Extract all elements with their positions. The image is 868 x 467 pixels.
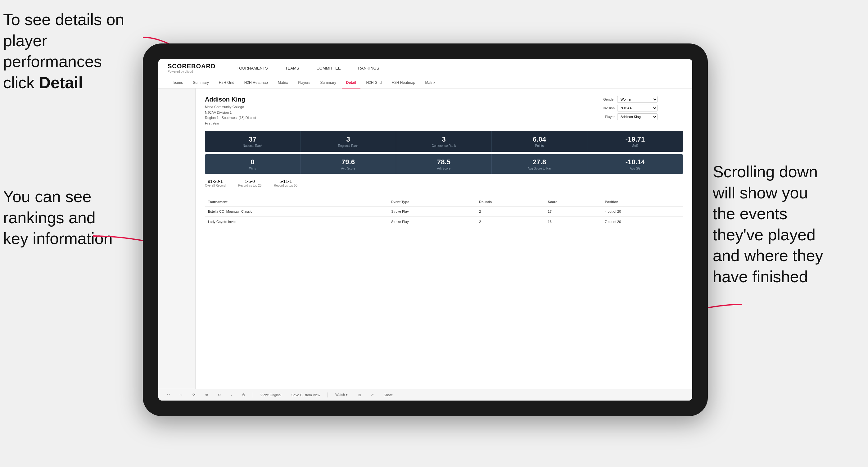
stat-avg-score: 79.6 Avg Score bbox=[301, 154, 396, 174]
sidebar bbox=[158, 89, 195, 389]
toolbar-zoom-in[interactable]: ⊕ bbox=[203, 392, 211, 398]
logo-subtitle: Powered by clippd bbox=[168, 70, 215, 73]
filter-gender: Gender Women bbox=[596, 96, 683, 103]
stat-regional-rank: 3 Regional Rank bbox=[301, 131, 396, 152]
toolbar-screen[interactable]: 🖥 bbox=[355, 392, 364, 398]
conference-rank-label: Conference Rank bbox=[399, 144, 488, 148]
annotation-bottom-left: You can see rankings and key information bbox=[3, 186, 121, 249]
logo: SCOREBOARD Powered by clippd bbox=[168, 63, 215, 73]
position-2: 7 out of 20 bbox=[602, 217, 683, 227]
nav-tournaments[interactable]: TOURNAMENTS bbox=[234, 65, 270, 72]
top25-record-label: Record vs top 25 bbox=[238, 184, 262, 187]
tab-detail[interactable]: Detail bbox=[342, 77, 361, 89]
tab-teams[interactable]: Teams bbox=[168, 77, 187, 89]
event-type-1: Stroke Play bbox=[388, 207, 476, 217]
stat-adj-score: 78.5 Adj Score bbox=[396, 154, 492, 174]
regional-rank-value: 3 bbox=[304, 135, 393, 144]
record-top50: 5-11-1 Record vs top 50 bbox=[274, 179, 298, 187]
wins-value: 0 bbox=[208, 158, 297, 166]
tab-summary2[interactable]: Summary bbox=[316, 77, 340, 89]
annotation-right-line2: will show you bbox=[713, 184, 808, 202]
tab-h2h-heatmap[interactable]: H2H Heatmap bbox=[240, 77, 272, 89]
stat-avg-sg: -10.14 Avg SG bbox=[587, 154, 683, 174]
stat-avg-score-to-par: 27.8 Avg Score to Par bbox=[492, 154, 587, 174]
tournament-name-1: Estella CC- Mountain Classic bbox=[205, 207, 388, 217]
annotation-right-line3: the events bbox=[713, 205, 787, 223]
avg-score-to-par-value: 27.8 bbox=[495, 158, 584, 166]
overall-record-label: Overall Record bbox=[205, 184, 226, 187]
tab-h2h-grid[interactable]: H2H Grid bbox=[215, 77, 239, 89]
table-header: Tournament Event Type Rounds Score Posit… bbox=[205, 197, 683, 207]
filter-division: Division NJCAA I bbox=[596, 105, 683, 112]
stat-national-rank: 37 National Rank bbox=[205, 131, 301, 152]
tab-players[interactable]: Players bbox=[293, 77, 314, 89]
toolbar-refresh[interactable]: ⟳ bbox=[190, 392, 198, 398]
annotation-right-line5: and where they bbox=[713, 247, 823, 264]
detail-panel: Addison King Mesa Community College NJCA… bbox=[195, 89, 692, 389]
toolbar-undo[interactable]: ↩ bbox=[164, 392, 172, 398]
position-1: 4 out of 20 bbox=[602, 207, 683, 217]
event-type-2: Stroke Play bbox=[388, 217, 476, 227]
stat-wins: 0 Wins bbox=[205, 154, 301, 174]
record-overall: 91-20-1 Overall Record bbox=[205, 179, 226, 187]
toolbar-expand[interactable]: ⤢ bbox=[369, 392, 376, 398]
toolbar-time[interactable]: ⏱ bbox=[239, 392, 248, 398]
nav-committee[interactable]: COMMITTEE bbox=[314, 65, 343, 72]
adj-score-value: 78.5 bbox=[399, 158, 488, 166]
toolbar-watch[interactable]: Watch ▾ bbox=[333, 392, 350, 398]
toolbar-dot: • bbox=[228, 392, 235, 398]
division-label: Division bbox=[596, 106, 615, 110]
avg-score-to-par-label: Avg Score to Par bbox=[495, 167, 584, 170]
tab-summary[interactable]: Summary bbox=[188, 77, 213, 89]
tablet-device: SCOREBOARD Powered by clippd TOURNAMENTS… bbox=[143, 43, 708, 416]
player-region: Region 1 - Southwest (18) District bbox=[205, 116, 256, 120]
player-label: Player bbox=[596, 115, 615, 119]
avg-score-value: 79.6 bbox=[304, 158, 393, 166]
national-rank-label: National Rank bbox=[208, 144, 297, 148]
tab-h2h-heatmap2[interactable]: H2H Heatmap bbox=[387, 77, 420, 89]
tab-matrix2[interactable]: Matrix bbox=[421, 77, 440, 89]
annotation-right-line6: have finished bbox=[713, 268, 808, 286]
tab-matrix[interactable]: Matrix bbox=[274, 77, 292, 89]
nav-teams[interactable]: TEAMS bbox=[283, 65, 302, 72]
sos-label: SoS bbox=[590, 144, 680, 148]
annotation-line1: You can see bbox=[3, 188, 91, 206]
player-college: Mesa Community College bbox=[205, 105, 244, 109]
toolbar-zoom-out[interactable]: ⊖ bbox=[215, 392, 223, 398]
avg-score-label: Avg Score bbox=[304, 167, 393, 170]
toolbar-separator-2 bbox=[328, 393, 328, 398]
rounds-2: 2 bbox=[476, 217, 545, 227]
table-row[interactable]: Estella CC- Mountain Classic Stroke Play… bbox=[205, 207, 683, 217]
player-year: First Year bbox=[205, 121, 219, 125]
player-name: Addison King bbox=[205, 96, 256, 103]
toolbar-view-original[interactable]: View: Original bbox=[258, 392, 284, 398]
annotation-right-line4: they've played bbox=[713, 226, 815, 244]
gender-select[interactable]: Women bbox=[617, 96, 657, 103]
col-rounds: Rounds bbox=[476, 197, 545, 207]
tab-h2h-grid2[interactable]: H2H Grid bbox=[362, 77, 386, 89]
tablet-screen: SCOREBOARD Powered by clippd TOURNAMENTS… bbox=[158, 59, 692, 401]
toolbar-redo[interactable]: ↪ bbox=[177, 392, 185, 398]
col-tournament: Tournament bbox=[205, 197, 388, 207]
avg-sg-value: -10.14 bbox=[590, 158, 680, 166]
sos-value: -19.71 bbox=[590, 135, 680, 144]
records-row: 91-20-1 Overall Record 1-5-0 Record vs t… bbox=[205, 179, 683, 191]
player-select[interactable]: Addison King bbox=[617, 113, 657, 120]
division-select[interactable]: NJCAA I bbox=[617, 105, 657, 112]
annotation-line2: rankings and bbox=[3, 209, 96, 227]
nav-rankings[interactable]: RANKINGS bbox=[355, 65, 381, 72]
toolbar-share[interactable]: Share bbox=[381, 392, 395, 398]
stat-conference-rank: 3 Conference Rank bbox=[396, 131, 492, 152]
avg-sg-label: Avg SG bbox=[590, 167, 680, 170]
stats-row-1: 37 National Rank 3 Regional Rank 3 Confe… bbox=[205, 131, 683, 152]
adj-score-label: Adj Score bbox=[399, 167, 488, 170]
stat-sos: -19.71 SoS bbox=[587, 131, 683, 152]
toolbar-save-custom-view[interactable]: Save Custom View bbox=[289, 392, 323, 398]
tournament-name-2: Lady Coyote Invite bbox=[205, 217, 388, 227]
record-top25: 1-5-0 Record vs top 25 bbox=[238, 179, 262, 187]
table-row[interactable]: Lady Coyote Invite Stroke Play 2 16 7 ou… bbox=[205, 217, 683, 227]
top50-record-label: Record vs top 50 bbox=[274, 184, 298, 187]
logo-text: SCOREBOARD bbox=[168, 63, 215, 70]
stat-points: 6.04 Points bbox=[492, 131, 587, 152]
filter-row: Addison King Mesa Community College NJCA… bbox=[205, 96, 683, 126]
